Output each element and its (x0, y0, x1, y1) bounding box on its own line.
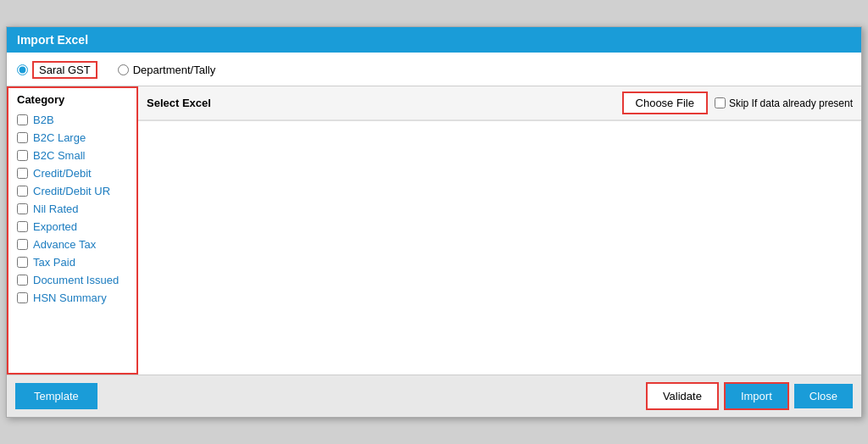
file-select-row: Select Excel Choose File Skip If data al… (138, 86, 861, 120)
list-item: Tax Paid (8, 253, 136, 271)
footer-left: Template (7, 376, 138, 416)
advance-tax-checkbox[interactable] (17, 239, 28, 250)
footer-right: Validate Import Close (138, 375, 861, 417)
category-list: B2B B2C Large B2C Small Credit/Debit Cre… (8, 109, 136, 308)
category-header: Category (8, 88, 136, 109)
list-item: Advance Tax (8, 236, 136, 253)
template-button[interactable]: Template (15, 383, 97, 409)
exported-checkbox[interactable] (17, 221, 28, 232)
b2c-small-checkbox[interactable] (17, 150, 28, 161)
dialog-title: Import Excel (7, 27, 861, 53)
nil-rated-checkbox[interactable] (17, 203, 28, 214)
list-item: Credit/Debit UR (8, 182, 136, 200)
left-panel: Category B2B B2C Large B2C Small Credit/… (7, 86, 138, 375)
skip-label[interactable]: Skip If data already present (715, 97, 853, 109)
saral-gst-option[interactable]: Saral GST (17, 61, 97, 79)
dept-tally-option[interactable]: Department/Tally (118, 64, 216, 76)
body-area: Category B2B B2C Large B2C Small Credit/… (7, 86, 861, 375)
close-button[interactable]: Close (794, 384, 853, 408)
tax-paid-checkbox[interactable] (17, 257, 28, 268)
content-area (138, 120, 861, 375)
footer: Template Validate Import Close (7, 375, 861, 417)
hsn-summary-checkbox[interactable] (17, 292, 28, 303)
import-excel-dialog: Import Excel Saral GST Department/Tally … (6, 26, 862, 418)
list-item: B2C Large (8, 129, 136, 147)
list-item: Document Issued (8, 271, 136, 289)
list-item: B2C Small (8, 147, 136, 164)
right-panel: Select Excel Choose File Skip If data al… (138, 86, 861, 375)
validate-button[interactable]: Validate (646, 382, 719, 410)
saral-gst-label: Saral GST (32, 61, 97, 79)
credit-debit-ur-checkbox[interactable] (17, 186, 28, 197)
skip-checkbox[interactable] (715, 97, 726, 108)
import-button[interactable]: Import (724, 382, 789, 410)
credit-debit-checkbox[interactable] (17, 168, 28, 179)
dept-tally-radio[interactable] (118, 64, 129, 75)
list-item: Nil Rated (8, 200, 136, 218)
list-item: HSN Summary (8, 289, 136, 307)
list-item: Exported (8, 218, 136, 236)
b2c-large-checkbox[interactable] (17, 132, 28, 143)
select-excel-label: Select Excel (147, 97, 211, 109)
choose-file-button[interactable]: Choose File (622, 92, 708, 114)
list-item: B2B (8, 111, 136, 129)
skip-label-text: Skip If data already present (729, 97, 853, 109)
b2b-checkbox[interactable] (17, 114, 28, 125)
saral-gst-radio[interactable] (17, 64, 28, 75)
document-issued-checkbox[interactable] (17, 275, 28, 286)
radio-row: Saral GST Department/Tally (7, 53, 861, 86)
dept-tally-label: Department/Tally (133, 64, 216, 76)
list-item: Credit/Debit (8, 164, 136, 182)
